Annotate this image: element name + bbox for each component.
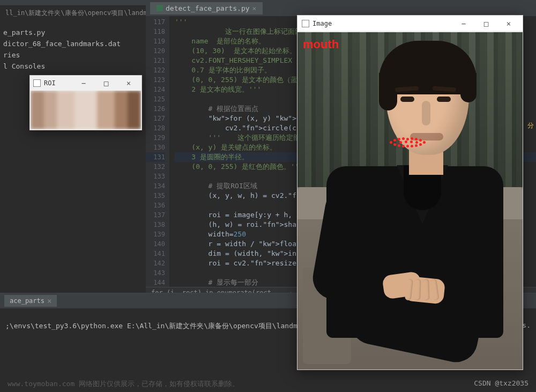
editor-tab[interactable]: detect_face_parts.py × xyxy=(150,2,263,14)
maximize-button[interactable]: □ xyxy=(477,19,496,28)
image-titlebar[interactable]: Image − □ × xyxy=(297,16,523,32)
line-gutter: 1171181191201211221231241251261271281291… xyxy=(146,16,169,287)
mouth-label: mouth xyxy=(303,38,339,51)
close-icon[interactable]: × xyxy=(252,4,257,12)
person-figure xyxy=(319,43,518,369)
disclaimer-text: www.toymoban.com 网络图片仅供展示，已存储，如有侵权请联系删除。 xyxy=(8,379,239,389)
right-truncated-text: 分 xyxy=(527,121,534,130)
editor-tabs[interactable]: detect_face_parts.py × xyxy=(146,0,536,16)
tab-label: detect_face_parts.py xyxy=(166,4,250,12)
footer: www.toymoban.com 网络图片仅供展示，已存储，如有侵权请联系删除。… xyxy=(0,379,536,389)
close-icon[interactable]: × xyxy=(47,297,51,305)
tree-file[interactable]: dictor_68_face_landmarks.dat xyxy=(0,38,145,49)
console-tab-label: ace_parts xyxy=(10,297,44,305)
minimize-button[interactable]: − xyxy=(454,19,473,28)
python-icon xyxy=(157,5,163,11)
credit-text: CSDN @txz2035 xyxy=(474,379,528,389)
tree-folder[interactable]: l Consoles xyxy=(0,61,145,72)
minimize-button[interactable]: − xyxy=(74,79,93,87)
image-window[interactable]: Image − □ × mouth xyxy=(297,15,523,370)
console-tab[interactable]: ace_parts × xyxy=(4,295,57,307)
image-canvas: mouth xyxy=(297,32,523,369)
close-button[interactable]: × xyxy=(499,19,518,28)
tree-folder[interactable]: ries xyxy=(0,49,145,61)
tree-file[interactable]: e_parts.py xyxy=(0,27,145,38)
close-button[interactable]: × xyxy=(119,79,138,87)
mouth-landmark-dots xyxy=(389,137,427,148)
app-icon xyxy=(302,20,309,27)
roi-image xyxy=(31,91,141,129)
roi-window[interactable]: ROI − □ × xyxy=(29,75,142,130)
roi-titlebar[interactable]: ROI − □ × xyxy=(30,76,142,91)
window-title: ROI xyxy=(44,79,71,87)
maximize-button[interactable]: □ xyxy=(96,79,116,87)
project-tree[interactable]: e_parts.py dictor_68_face_landmarks.dat … xyxy=(0,27,145,72)
app-icon xyxy=(33,79,41,87)
window-title: Image xyxy=(312,20,451,27)
